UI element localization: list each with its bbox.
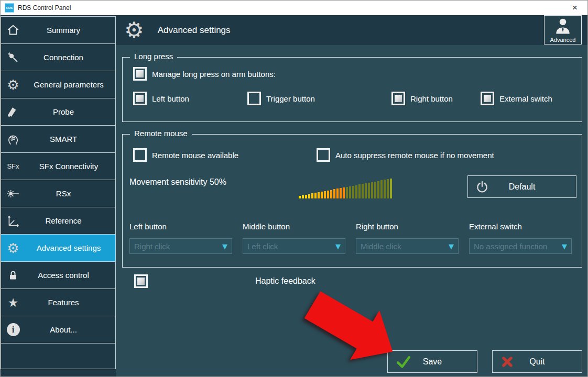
- user-badge-label: Advanced: [550, 37, 576, 43]
- probe-icon: [1, 105, 25, 119]
- selected-value: Middle click: [361, 242, 401, 251]
- connector-icon: [1, 51, 25, 64]
- save-button[interactable]: Save: [387, 350, 477, 373]
- sensitivity-bars[interactable]: [299, 179, 392, 198]
- sensitivity-bar: [318, 192, 320, 198]
- user-icon: [554, 17, 572, 36]
- sidebar-item-smart[interactable]: SMART: [1, 125, 116, 153]
- right-button-label: Right button: [410, 94, 453, 103]
- left-button-select[interactable]: Right click ▼: [129, 238, 232, 254]
- middle-button-select[interactable]: Left click ▼: [243, 238, 345, 254]
- default-button-label: Default: [468, 176, 576, 197]
- external-switch-checkbox[interactable]: [481, 92, 494, 105]
- lock-icon: [1, 269, 25, 282]
- gear-icon: ⚙: [124, 19, 144, 41]
- sidebar-item-label: SFx Connectivity: [25, 162, 115, 171]
- remote-mouse-available-label: Remote mouse available: [152, 151, 238, 160]
- sensitivity-bar: [374, 182, 376, 198]
- trigger-button-checkbox[interactable]: [247, 92, 261, 105]
- group-title: Long press: [130, 52, 177, 61]
- sensitivity-bar: [302, 195, 304, 198]
- sensitivity-bar: [355, 185, 357, 198]
- sensitivity-bar: [371, 182, 373, 198]
- app-window: RDS RDS Control Panel × Summary Connecti…: [0, 0, 588, 377]
- app-icon: RDS: [5, 3, 14, 13]
- sensitivity-bar: [314, 193, 317, 198]
- selected-value: Right click: [134, 242, 170, 251]
- haptic-feedback-checkbox[interactable]: [134, 274, 148, 288]
- chevron-down-icon: ▼: [562, 242, 567, 250]
- sidebar-item-label: SMART: [25, 135, 115, 143]
- sfx-icon: SFx: [1, 162, 25, 170]
- page-title: Advanced settings: [158, 25, 231, 36]
- chevron-down-icon: ▼: [449, 242, 454, 250]
- left-button-label: Left button: [152, 94, 189, 103]
- sensitivity-bar: [368, 183, 370, 198]
- sidebar-item-label: Access control: [25, 271, 115, 280]
- auto-suppress-checkbox[interactable]: [317, 148, 330, 162]
- sensitivity-bar: [362, 184, 364, 198]
- sidebar-item-label: Features: [25, 298, 115, 307]
- sidebar-item-label: RSx: [25, 189, 115, 198]
- sensitivity-bar: [327, 191, 329, 198]
- sensitivity-bar: [384, 180, 386, 198]
- info-icon: i: [1, 323, 25, 336]
- haptic-feedback-label: Haptic feedback: [255, 276, 315, 286]
- sensitivity-bar: [299, 196, 301, 198]
- left-button-assign-label: Left button: [129, 222, 167, 231]
- remote-mouse-group: Remote mouse Remote mouse available Auto…: [122, 134, 582, 268]
- smart-head-icon: [1, 132, 25, 146]
- sensitivity-bar: [390, 179, 392, 198]
- default-button[interactable]: Default: [467, 175, 576, 198]
- sensitivity-bar: [352, 186, 354, 198]
- middle-button-assign-label: Middle button: [243, 222, 290, 231]
- title-bar: RDS RDS Control Panel ×: [1, 1, 587, 15]
- sidebar-empty-cell: [1, 343, 116, 369]
- right-button-select[interactable]: Middle click ▼: [356, 238, 459, 254]
- sidebar-item-label: About...: [25, 325, 115, 334]
- movement-sensitivity-label: Movement sensitivity 50%: [129, 178, 226, 187]
- user-level-badge[interactable]: Advanced: [544, 15, 582, 45]
- sidebar-item-features[interactable]: ★ Features: [1, 289, 116, 316]
- sidebar-item-label: Reference: [25, 216, 115, 225]
- external-switch-assign-label: External switch: [469, 222, 522, 231]
- right-button-checkbox[interactable]: [391, 92, 405, 105]
- quit-button[interactable]: Quit: [492, 350, 582, 373]
- auto-suppress-label: Auto suppress remote mouse if no movemen…: [335, 151, 494, 160]
- sensitivity-bar: [380, 180, 383, 198]
- sidebar-item-summary[interactable]: Summary: [1, 16, 116, 44]
- sidebar-item-probe[interactable]: Probe: [1, 98, 116, 126]
- sensitivity-bar: [346, 187, 348, 198]
- remote-mouse-available-checkbox[interactable]: [133, 148, 147, 162]
- sensitivity-bar: [358, 184, 361, 198]
- sensitivity-bar: [311, 193, 313, 198]
- window-title: RDS Control Panel: [18, 4, 71, 12]
- axes-icon: [1, 214, 25, 228]
- group-title: Remote mouse: [130, 129, 192, 138]
- gear-icon: ⚙: [1, 77, 25, 93]
- sidebar-item-general-parameters[interactable]: ⚙ General parameters: [1, 71, 116, 98]
- left-button-checkbox[interactable]: [133, 92, 147, 105]
- sidebar-item-advanced-settings[interactable]: ⚙ Advanced settings: [1, 234, 116, 262]
- sidebar-item-label: General parameters: [25, 80, 115, 89]
- sensitivity-bar: [330, 190, 332, 198]
- sidebar-item-access-control[interactable]: Access control: [1, 261, 116, 289]
- trigger-button-label: Trigger button: [266, 94, 315, 103]
- star-icon: ★: [1, 296, 25, 309]
- chevron-down-icon: ▼: [335, 242, 341, 250]
- sidebar-item-label: Advanced settings: [25, 243, 115, 252]
- external-switch-select[interactable]: No assigned function ▼: [469, 238, 572, 254]
- sidebar-item-rsx[interactable]: RSx: [1, 180, 116, 207]
- sidebar-item-about[interactable]: i About...: [1, 316, 116, 343]
- sidebar-item-reference[interactable]: Reference: [1, 207, 116, 235]
- checkbox-fill: [137, 278, 145, 285]
- sidebar-item-connection[interactable]: Connection: [1, 43, 116, 71]
- home-icon: [1, 24, 25, 37]
- sensitivity-bar: [377, 181, 379, 198]
- sidebar: Summary Connection ⚙ General parameters …: [1, 15, 116, 377]
- close-button[interactable]: ×: [565, 1, 584, 15]
- manage-long-press-checkbox[interactable]: [133, 67, 147, 81]
- sidebar-item-sfx-connectivity[interactable]: SFx SFx Connectivity: [1, 152, 116, 180]
- right-button-assign-label: Right button: [356, 222, 398, 231]
- checkbox-fill: [136, 70, 144, 77]
